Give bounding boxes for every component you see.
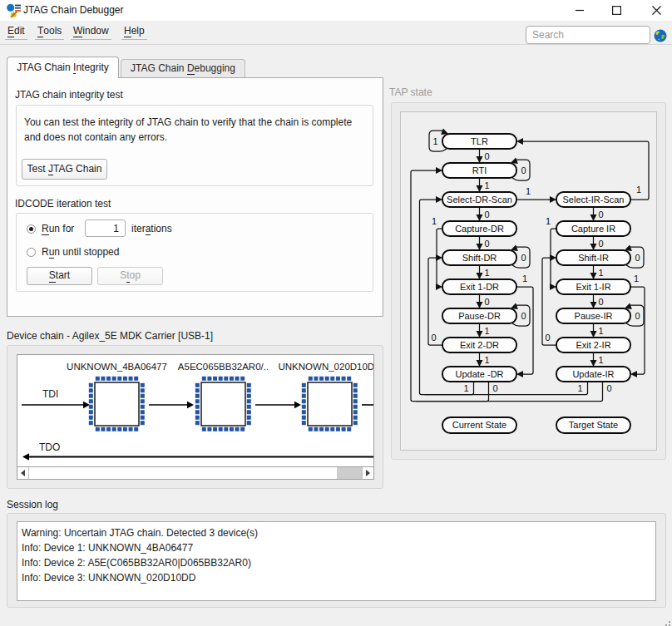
tap-node-tlr: TLR bbox=[442, 134, 516, 149]
run-for-label: Run for bbox=[42, 223, 74, 235]
tab-jtag-chain-debugging[interactable]: JTAG Chain Debugging bbox=[121, 59, 245, 77]
edge-label: 1 bbox=[634, 274, 639, 283]
tap-node-exit-1-ir: Exit 1-IR bbox=[556, 279, 630, 294]
edge-label: 1 bbox=[546, 216, 551, 226]
close-button[interactable] bbox=[642, 0, 670, 21]
scrollbar-right-button[interactable] bbox=[362, 467, 373, 479]
edge-label: 0 bbox=[521, 165, 526, 175]
edge-label: 0 bbox=[598, 209, 603, 219]
device-chip[interactable] bbox=[195, 377, 251, 431]
device-chain-label: Device chain - Agilex_5E MDK Carrier [US… bbox=[7, 330, 213, 342]
edge-label: 0 bbox=[521, 253, 526, 263]
tap-legend-target-state: Target State bbox=[556, 417, 630, 433]
edge-label: 1 bbox=[432, 216, 437, 226]
globe-icon[interactable] bbox=[654, 29, 667, 42]
test-jtag-chain-button[interactable]: Test JTAG Chain bbox=[22, 159, 107, 180]
tap-state-diagram: 01001011001011100000110011111010TLRRTISe… bbox=[401, 112, 656, 450]
title-bar: JTAG Chain Debugger bbox=[0, 0, 672, 21]
svg-text:Capture-DR: Capture-DR bbox=[455, 224, 504, 234]
menu-item-help[interactable]: Help bbox=[121, 25, 147, 40]
integrity-group-label: JTAG chain integrity test bbox=[15, 89, 123, 101]
window-title: JTAG Chain Debugger bbox=[23, 4, 124, 16]
start-button[interactable]: Start bbox=[27, 267, 92, 285]
maximize-button[interactable] bbox=[602, 0, 630, 21]
tab-jtag-chain-integrity[interactable]: JTAG Chain Integrity bbox=[7, 57, 119, 78]
svg-text:Select-DR-Scan: Select-DR-Scan bbox=[447, 195, 512, 205]
edge-label: 1 bbox=[598, 355, 603, 365]
scroll-right-icon bbox=[366, 470, 370, 476]
tap-legend-current-state: Current State bbox=[442, 417, 516, 433]
svg-text:Shift-IR: Shift-IR bbox=[578, 253, 609, 263]
scrollbar-left-button[interactable] bbox=[17, 467, 29, 479]
tap-state-panel: 01001011001011100000110011111010TLRRTISe… bbox=[400, 111, 657, 451]
stop-button[interactable]: Stop bbox=[97, 267, 163, 285]
menu-item-tools[interactable]: Tools bbox=[35, 25, 64, 40]
svg-text:Capture IR: Capture IR bbox=[571, 224, 615, 234]
integrity-description: You can test the integrity of JTAG chain… bbox=[24, 116, 367, 145]
session-log-line: Info: Device 2: A5E(C065BB32AR0|D065BB32… bbox=[22, 555, 655, 570]
tap-node-update-ir: Update-IR bbox=[556, 367, 630, 382]
svg-text:Pause-IR: Pause-IR bbox=[575, 311, 613, 321]
tap-node-capture-dr: Capture-DR bbox=[442, 221, 516, 236]
session-log-line: Info: Device 3: UNKNOWN_020D10DD bbox=[22, 570, 655, 585]
run-for-radio-row: Run for bbox=[27, 223, 74, 235]
tap-node-capture-ir: Capture IR bbox=[556, 221, 630, 236]
scrollbar-thumb[interactable] bbox=[337, 467, 363, 479]
svg-text:Select-IR-Scan: Select-IR-Scan bbox=[563, 195, 625, 205]
device-chain-drawing: UNKNOWN_4BA06477A5EC065BB32AR0/..UNKNOWN… bbox=[17, 355, 373, 466]
tap-node-rti: RTI bbox=[442, 163, 516, 178]
svg-text:Update -DR: Update -DR bbox=[455, 369, 503, 379]
svg-text:Current State: Current State bbox=[452, 420, 506, 430]
edge-label: 0 bbox=[484, 239, 489, 249]
edge-label: 0 bbox=[545, 333, 550, 343]
svg-text:RTI: RTI bbox=[472, 165, 487, 175]
device-chain-canvas: UNKNOWN_4BA06477A5EC065BB32AR0/..UNKNOWN… bbox=[17, 354, 374, 480]
tap-node-exit-2-ir: Exit 2-IR bbox=[556, 338, 630, 352]
tap-node-shift-dr: Shift-DR bbox=[442, 250, 516, 265]
svg-text:Exit 2-IR: Exit 2-IR bbox=[576, 340, 610, 350]
tap-node-select-ir-scan: Select-IR-Scan bbox=[556, 192, 630, 207]
edge-label: 1 bbox=[522, 274, 527, 283]
edge-label: 0 bbox=[492, 383, 497, 393]
edge-label: 1 bbox=[598, 326, 603, 336]
device-chip[interactable] bbox=[302, 377, 358, 431]
device-chip[interactable] bbox=[89, 377, 145, 431]
run-for-radio[interactable] bbox=[27, 224, 36, 234]
session-log-label: Session log bbox=[7, 499, 58, 510]
edge-label: 0 bbox=[635, 311, 640, 321]
iterations-input[interactable] bbox=[85, 219, 126, 237]
minimize-button[interactable] bbox=[566, 0, 594, 21]
edge-label: 0 bbox=[431, 333, 436, 343]
edge-label: 0 bbox=[635, 253, 640, 263]
device-chip-label: UNKNOWN_020D10DD bbox=[279, 362, 373, 372]
tap-node-select-dr-scan: Select-DR-Scan bbox=[442, 192, 516, 207]
menu-item-window[interactable]: Window bbox=[71, 25, 111, 40]
tap-node-update-dr: Update -DR bbox=[442, 367, 516, 382]
edge-label: 0 bbox=[484, 209, 489, 219]
menu-item-edit[interactable]: Edit bbox=[5, 25, 27, 40]
edge-label: 0 bbox=[484, 297, 489, 307]
session-log-box[interactable]: Warning: Uncertain JTAG chain. Detected … bbox=[17, 521, 656, 601]
edge-label: 0 bbox=[521, 311, 526, 321]
run-until-stopped-radio[interactable] bbox=[27, 248, 36, 257]
app-icon bbox=[7, 3, 21, 17]
svg-text:Exit 1-IR: Exit 1-IR bbox=[576, 282, 610, 292]
idcode-group-label: IDCODE iteration test bbox=[15, 198, 111, 209]
session-log-line: Warning: Uncertain JTAG chain. Detected … bbox=[22, 525, 655, 540]
edge-label: 0 bbox=[598, 297, 603, 307]
svg-text:Exit 1-DR: Exit 1-DR bbox=[460, 282, 499, 292]
session-log-line: Info: Device 1: UNKNOWN_4BA06477 bbox=[22, 540, 655, 555]
edge-label: 1 bbox=[526, 186, 531, 196]
search-input[interactable] bbox=[526, 26, 650, 44]
svg-text:Shift-DR: Shift-DR bbox=[462, 253, 497, 263]
menu-bar: EditToolsWindowHelp bbox=[0, 21, 672, 45]
edge-label: 1 bbox=[484, 326, 489, 336]
close-icon bbox=[652, 6, 661, 15]
svg-text:Target State: Target State bbox=[569, 420, 618, 430]
tdo-label: TDO bbox=[39, 441, 60, 453]
svg-text:Update-IR: Update-IR bbox=[572, 369, 614, 379]
device-chain-scrollbar[interactable] bbox=[17, 466, 373, 479]
edge-label: 1 bbox=[577, 383, 582, 393]
tdi-label: TDI bbox=[42, 388, 58, 400]
scroll-left-icon bbox=[21, 470, 25, 476]
